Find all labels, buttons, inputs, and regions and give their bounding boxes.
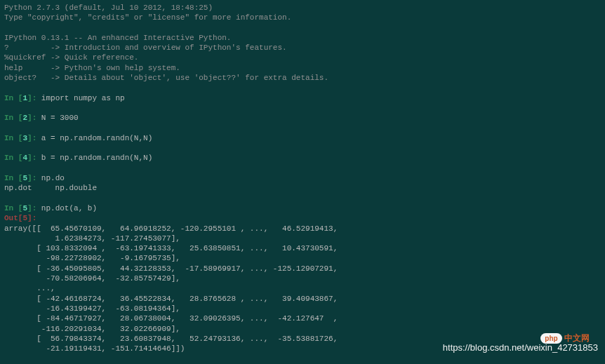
- python-version: Python 2.7.3 (default, Jul 10 2012, 18:4…: [4, 3, 601, 13]
- out5-row: [ 103.8332094 , -63.19741333, 25.6385085…: [4, 243, 601, 253]
- out5-row: ...,: [4, 283, 601, 293]
- help-intro: ? -> Introduction and overview of IPytho…: [4, 43, 601, 53]
- out5-row: [ -36.45095805, 44.32128353, -17.5896991…: [4, 264, 601, 274]
- tab-completion-5: np.dot np.double: [4, 183, 601, 193]
- out5-row: -70.58206964, -32.85757429],: [4, 274, 601, 283]
- help-object: object? -> Details about 'object', use '…: [4, 73, 601, 83]
- out5-row: 1.62384273, -117.27453077],: [4, 234, 601, 243]
- out5-row: [ -84.46717927, 28.06738004, 32.09026395…: [4, 314, 601, 323]
- cell-in-1: In [1]: import numpy as np: [4, 93, 601, 103]
- cell-in-5: In [5]: np.dot(a, b): [4, 203, 601, 213]
- out5-row: [ -42.46168724, 36.45522834, 28.8765628 …: [4, 294, 601, 304]
- cell-in-5-partial: In [5]: np.do: [4, 173, 601, 183]
- help-quickref: %quickref -> Quick reference.: [4, 53, 601, 62]
- cell-in-2: In [2]: N = 3000: [4, 113, 601, 123]
- terminal-output[interactable]: Python 2.7.3 (default, Jul 10 2012, 18:4…: [4, 3, 601, 364]
- cell-in-4: In [4]: b = np.random.randn(N,N): [4, 153, 601, 163]
- python-copyright: Type "copyright", "credits" or "license"…: [4, 13, 601, 22]
- out5-row: array([[ 65.45670109, 64.96918252, -120.…: [4, 224, 601, 234]
- watermark-text: https://blog.csdn.net/weixin_42731853: [443, 342, 598, 354]
- cell-out-5-label: Out[5]:: [4, 213, 601, 223]
- out5-row: -98.22728902, -9.16795735],: [4, 253, 601, 263]
- out5-row: -116.20291034, 32.02266909],: [4, 324, 601, 334]
- ipython-banner: IPython 0.13.1 -- An enhanced Interactiv…: [4, 33, 601, 43]
- out5-row: -16.43199427, -63.08194364],: [4, 304, 601, 314]
- help-help: help -> Python's own help system.: [4, 63, 601, 73]
- cell-in-3: In [3]: a = np.random.randn(N,N): [4, 133, 601, 143]
